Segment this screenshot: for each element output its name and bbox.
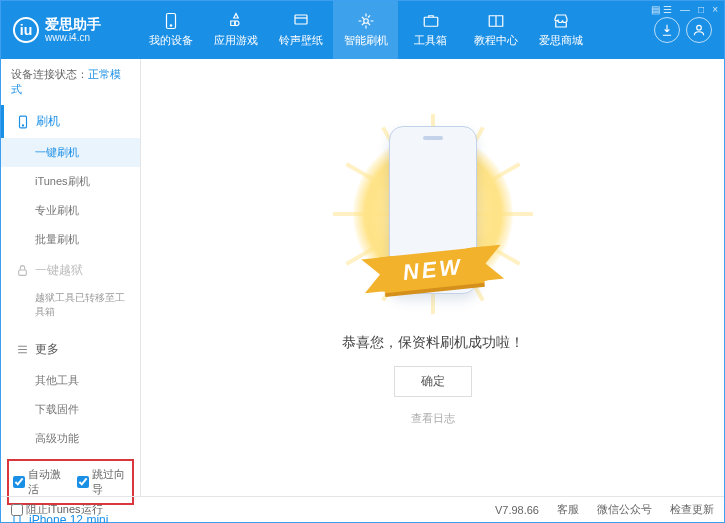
nav-ringtone[interactable]: 铃声壁纸 [268, 1, 333, 59]
main-nav: 我的设备应用游戏铃声壁纸智能刷机工具箱教程中心爱思商城 [138, 1, 593, 59]
minimize-button[interactable]: — [680, 4, 690, 15]
nav-flash[interactable]: 智能刷机 [333, 1, 398, 59]
ringtone-icon [291, 12, 311, 30]
maximize-button[interactable]: □ [698, 4, 704, 15]
svg-rect-8 [19, 270, 27, 275]
phone-icon [16, 115, 30, 129]
svg-point-5 [697, 25, 702, 30]
ok-button[interactable]: 确定 [394, 366, 472, 397]
sidebar-group-flash[interactable]: 刷机 [1, 105, 140, 138]
brand-url: www.i4.cn [45, 32, 101, 43]
view-log-link[interactable]: 查看日志 [411, 411, 455, 426]
svg-point-3 [363, 19, 368, 24]
device-icon [161, 12, 181, 30]
lock-icon [16, 264, 29, 277]
svg-rect-2 [295, 15, 307, 24]
store-icon [551, 12, 571, 30]
download-button[interactable] [654, 17, 680, 43]
main-panel: NEW 恭喜您，保资料刷机成功啦！ 确定 查看日志 [141, 59, 724, 496]
sidebar-item[interactable]: 其他工具 [1, 366, 140, 395]
window-controls: ▤ ☰ — □ × [651, 4, 718, 15]
update-link[interactable]: 检查更新 [670, 502, 714, 517]
nav-apps[interactable]: 应用游戏 [203, 1, 268, 59]
sidebar-group-more[interactable]: 更多 [1, 333, 140, 366]
logo-icon: iu [13, 17, 39, 43]
wechat-link[interactable]: 微信公众号 [597, 502, 652, 517]
sidebar-item[interactable]: 专业刷机 [1, 196, 140, 225]
svg-point-1 [170, 25, 172, 27]
success-illustration: NEW [343, 118, 523, 318]
user-button[interactable] [686, 17, 712, 43]
status-bar: 阻止iTunes运行 V7.98.66 客服 微信公众号 检查更新 [1, 496, 724, 522]
brand-logo: iu 爱思助手 www.i4.cn [13, 17, 138, 43]
close-button[interactable]: × [712, 4, 718, 15]
jailbreak-note: 越狱工具已转移至工具箱 [35, 291, 126, 319]
menu-icon[interactable]: ▤ ☰ [651, 4, 672, 15]
nav-tools[interactable]: 工具箱 [398, 1, 463, 59]
header: iu 爱思助手 www.i4.cn 我的设备应用游戏铃声壁纸智能刷机工具箱教程中… [1, 1, 724, 59]
sidebar: 设备连接状态：正常模式 刷机 一键刷机iTunes刷机专业刷机批量刷机 一键越狱… [1, 59, 141, 496]
flash-icon [356, 12, 376, 30]
apps-icon [226, 12, 246, 30]
auto-activate-checkbox[interactable]: 自动激活 [13, 467, 65, 497]
tutorial-icon [486, 12, 506, 30]
sidebar-item[interactable]: 下载固件 [1, 395, 140, 424]
svg-rect-4 [424, 17, 438, 26]
sidebar-item[interactable]: 批量刷机 [1, 225, 140, 254]
brand-name: 爱思助手 [45, 17, 101, 32]
svg-point-7 [22, 124, 23, 125]
sidebar-item[interactable]: 高级功能 [1, 424, 140, 453]
nav-tutorial[interactable]: 教程中心 [463, 1, 528, 59]
success-message: 恭喜您，保资料刷机成功啦！ [342, 334, 524, 352]
tools-icon [421, 12, 441, 30]
skip-guide-checkbox[interactable]: 跳过向导 [77, 467, 129, 497]
sidebar-item[interactable]: 一键刷机 [1, 138, 140, 167]
nav-store[interactable]: 爱思商城 [528, 1, 593, 59]
version-label: V7.98.66 [495, 504, 539, 516]
list-icon [16, 343, 29, 356]
nav-device[interactable]: 我的设备 [138, 1, 203, 59]
block-itunes-checkbox[interactable]: 阻止iTunes运行 [11, 502, 103, 517]
sidebar-group-jailbreak: 一键越狱 [1, 254, 140, 287]
sidebar-item[interactable]: iTunes刷机 [1, 167, 140, 196]
connection-status: 设备连接状态：正常模式 [1, 59, 140, 105]
service-link[interactable]: 客服 [557, 502, 579, 517]
